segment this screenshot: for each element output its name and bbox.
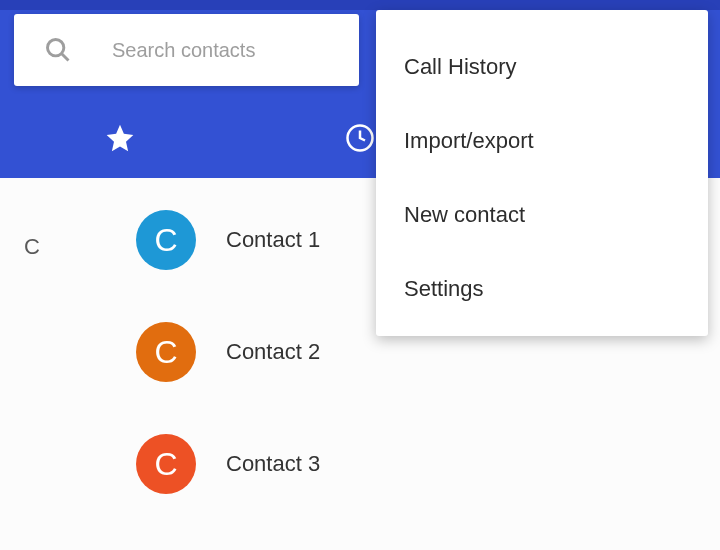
section-letter: C: [24, 234, 40, 260]
menu-item-import-export[interactable]: Import/export: [376, 104, 708, 178]
contact-name: Contact 1: [226, 227, 320, 253]
search-icon: [44, 36, 72, 64]
star-icon: [104, 122, 136, 158]
svg-line-1: [62, 54, 69, 61]
search-bar[interactable]: Search contacts: [14, 14, 359, 86]
tab-favorites[interactable]: [0, 122, 240, 158]
avatar: C: [136, 210, 196, 270]
avatar: C: [136, 322, 196, 382]
contact-row[interactable]: C Contact 1: [136, 210, 320, 270]
contact-name: Contact 2: [226, 339, 320, 365]
svg-point-0: [48, 40, 64, 56]
contact-row[interactable]: C Contact 2: [136, 322, 320, 382]
avatar: C: [136, 434, 196, 494]
search-placeholder: Search contacts: [112, 39, 255, 62]
menu-item-new-contact[interactable]: New contact: [376, 178, 708, 252]
menu-item-settings[interactable]: Settings: [376, 252, 708, 326]
menu-item-call-history[interactable]: Call History: [376, 30, 708, 104]
overflow-menu: Call History Import/export New contact S…: [376, 10, 708, 336]
contact-name: Contact 3: [226, 451, 320, 477]
clock-icon: [345, 123, 375, 157]
contact-row[interactable]: C Contact 3: [136, 434, 320, 494]
contact-list: C Contact 1 C Contact 2 C Contact 3: [136, 210, 320, 494]
